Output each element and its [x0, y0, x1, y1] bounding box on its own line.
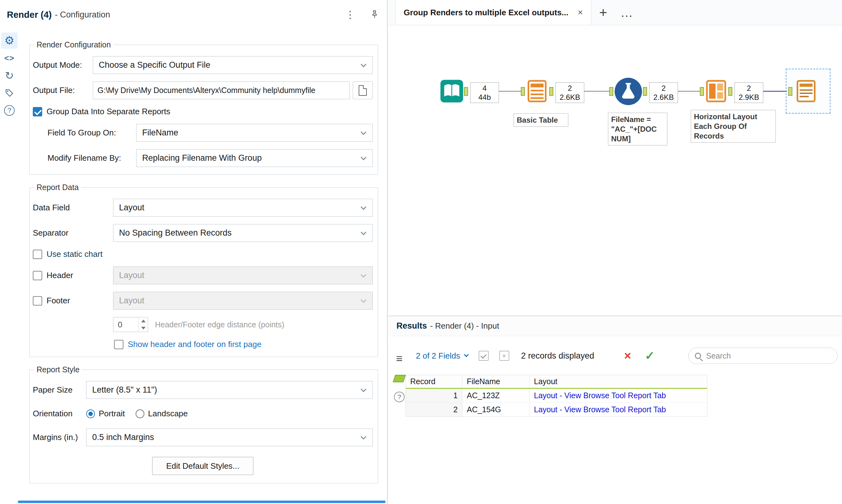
data-field-select[interactable]: Layout — [113, 199, 373, 217]
report-style-group: Report Style Paper Size Letter (8.5" x 1… — [29, 365, 378, 483]
landscape-radio[interactable] — [136, 410, 144, 418]
record-count: 2 — [650, 84, 678, 93]
tag-icon[interactable] — [1, 85, 17, 101]
chevron-down-icon — [361, 272, 366, 277]
header-checkbox[interactable] — [33, 271, 42, 280]
connection-wire[interactable] — [678, 91, 700, 92]
config-icon-strip: ⚙ <> ↻ ? — [0, 29, 19, 491]
render-configuration-group: Render Configuration Output Mode: Choose… — [29, 40, 378, 175]
layout-cell[interactable]: Layout - View Browse Tool Report Tab — [530, 402, 707, 416]
output-anchor[interactable] — [728, 87, 732, 96]
table-row[interactable]: 2 AC_154G Layout - View Browse Tool Repo… — [406, 402, 707, 416]
horizontal-scrollbar[interactable] — [18, 501, 385, 503]
tool-annotation[interactable]: Basic Table — [514, 113, 568, 127]
margins-value: 0.5 inch Margins — [92, 433, 154, 442]
up-arrow-icon — [141, 320, 145, 322]
output-mode-select[interactable]: Choose a Specific Output File — [93, 56, 373, 74]
fields-selector[interactable]: 2 of 2 Fields — [416, 351, 468, 361]
header-select[interactable]: Layout — [113, 267, 373, 284]
tool-annotation[interactable]: FileName = "AC_"+[DOC NUM] — [608, 113, 667, 145]
record-count-badge[interactable]: 2 2.6KB — [555, 83, 584, 103]
help-icon[interactable]: ? — [1, 102, 17, 119]
layout-cell[interactable]: Layout - View Browse Tool Report Tab — [530, 389, 707, 402]
pin-icon[interactable] — [370, 10, 379, 20]
footer-select[interactable]: Layout — [113, 292, 373, 310]
output-anchor[interactable] — [549, 87, 553, 96]
settings-gear-icon[interactable]: ⚙ — [1, 33, 17, 49]
layout-tool[interactable] — [704, 79, 728, 103]
close-tab-icon[interactable]: × — [578, 8, 583, 17]
footer-checkbox[interactable] — [33, 296, 42, 306]
browse-file-button[interactable] — [353, 82, 373, 99]
spinner-up-button[interactable] — [139, 318, 148, 325]
input-anchor[interactable] — [609, 87, 613, 96]
column-header-record[interactable]: Record — [406, 375, 462, 388]
report-style-legend: Report Style — [34, 365, 82, 374]
group-data-label: Group Data Into Separate Reports — [47, 107, 170, 116]
connection-wire[interactable] — [584, 91, 609, 92]
data-quality-ok-icon[interactable]: ✓ — [645, 350, 655, 362]
separator-select[interactable]: No Spacing Between Records — [113, 224, 373, 242]
help-icon[interactable]: ? — [394, 392, 405, 402]
margins-label: Margins (in.) — [33, 433, 86, 442]
data-quality-error-icon[interactable]: × — [624, 350, 631, 362]
input-anchor[interactable] — [521, 87, 525, 96]
new-tab-button[interactable]: + — [591, 0, 615, 25]
workflow-tab[interactable]: Group Renders to multiple Excel outputs.… — [395, 0, 591, 25]
selected-connection-wire[interactable] — [763, 91, 787, 92]
output-file-input[interactable] — [93, 82, 349, 99]
configuration-panel: Render (4) - Configuration ⋮ ⚙ <> ↻ ? Re… — [0, 0, 388, 504]
data-preview-icon[interactable] — [393, 375, 406, 382]
input-anchor[interactable] — [700, 87, 704, 96]
tool-title: Render (4) — [7, 10, 52, 20]
render-tool[interactable] — [794, 79, 818, 103]
more-options-icon[interactable]: ⋮ — [345, 10, 355, 20]
chevron-down-icon — [361, 434, 366, 439]
input-data-tool[interactable] — [440, 79, 464, 103]
record-count-badge[interactable]: 2 2.9KB — [735, 83, 763, 103]
table-row[interactable]: 1 AC_123Z Layout - View Browse Tool Repo… — [406, 389, 707, 402]
workflow-canvas[interactable]: 4 44b Basic Table 2 2.6KB — [388, 25, 842, 316]
portrait-radio[interactable] — [86, 410, 95, 418]
record-cell: 1 — [406, 389, 462, 402]
basic-table-tool[interactable] — [525, 79, 549, 103]
code-icon[interactable]: <> — [1, 50, 17, 66]
select-all-cells-icon[interactable] — [479, 351, 488, 361]
record-count: 4 — [470, 84, 499, 93]
workflow-tab-title: Group Renders to multiple Excel outputs.… — [403, 8, 568, 17]
field-to-group-label: Field To Group On: — [48, 128, 136, 138]
margins-select[interactable]: 0.5 inch Margins — [86, 429, 373, 446]
spinner-down-button[interactable] — [139, 325, 148, 332]
column-header-layout[interactable]: Layout — [530, 375, 707, 388]
results-search[interactable] — [688, 348, 838, 364]
paper-size-label: Paper Size — [33, 385, 86, 395]
tab-overflow-button[interactable]: … — [615, 0, 639, 25]
tool-annotation[interactable]: Horizontal Layout Each Group Of Records — [691, 110, 776, 143]
list-view-icon[interactable]: ≡ — [396, 353, 402, 364]
run-history-icon[interactable]: ↻ — [1, 67, 17, 84]
connection-wire[interactable] — [499, 91, 521, 92]
edge-distance-spinner[interactable]: 0 — [113, 317, 148, 332]
record-cell: 2 — [406, 402, 462, 416]
formula-tool[interactable] — [614, 77, 643, 106]
column-header-filename[interactable]: FileName — [462, 375, 530, 388]
modify-filename-select[interactable]: Replacing Filename With Group — [136, 149, 373, 167]
output-anchor[interactable] — [464, 87, 468, 96]
deselect-cells-icon[interactable]: × — [499, 351, 509, 361]
record-count-badge[interactable]: 4 44b — [470, 83, 499, 103]
use-static-chart-checkbox[interactable] — [33, 250, 42, 259]
output-anchor[interactable] — [643, 87, 647, 96]
record-count-badge[interactable]: 2 2.6KB — [649, 83, 678, 103]
show-header-footer-label: Show header and footer on first page — [128, 340, 261, 349]
search-input[interactable] — [706, 352, 831, 360]
edge-distance-value: 0 — [114, 318, 138, 332]
header-label: Header — [47, 271, 73, 280]
paper-size-select[interactable]: Letter (8.5" x 11") — [86, 381, 373, 399]
field-to-group-select[interactable]: FileName — [136, 124, 373, 142]
show-header-footer-checkbox[interactable] — [114, 340, 123, 349]
results-header: Results - Render (4) - Input — [388, 316, 842, 336]
edit-default-styles-button[interactable]: Edit Default Styles... — [152, 457, 253, 475]
portrait-label: Portrait — [99, 409, 125, 418]
input-anchor[interactable] — [788, 87, 792, 96]
group-data-checkbox[interactable] — [33, 107, 42, 116]
